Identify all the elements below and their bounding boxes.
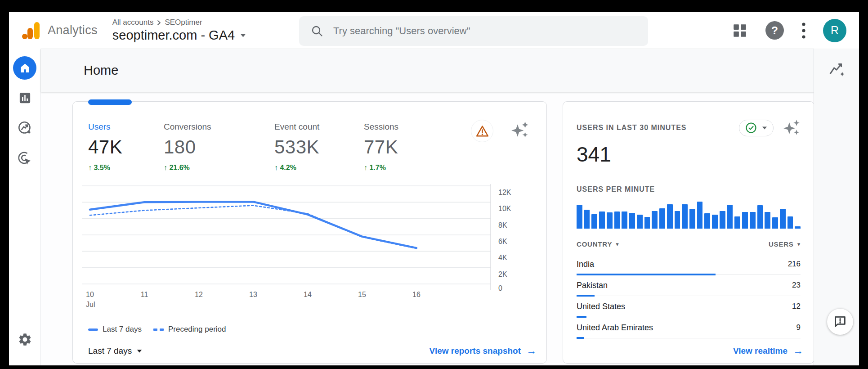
metric-delta: ↑ 3.5% — [88, 164, 122, 172]
carousel-tab-indicator[interactable] — [88, 99, 132, 105]
minute-bar — [750, 212, 756, 229]
metric-value: 180 — [164, 136, 211, 158]
realtime-sparkle-button[interactable] — [783, 119, 801, 137]
more-options-button[interactable] — [801, 21, 806, 40]
country-users-value: 216 — [788, 260, 801, 269]
minute-bar — [607, 212, 613, 229]
legend-item-dashed: Preceding period — [153, 325, 226, 334]
sort-caret-icon: ▾ — [797, 241, 801, 248]
sort-header-users[interactable]: USERS▾ — [769, 240, 801, 248]
feedback-button[interactable] — [827, 309, 853, 335]
view-reports-snapshot-link[interactable]: View reports snapshot → — [430, 345, 537, 357]
minute-bar — [720, 211, 725, 229]
minute-bar — [599, 212, 605, 229]
active-users-count: 341 — [577, 142, 801, 166]
country-name: United States — [577, 302, 625, 311]
metric-label: Users — [88, 122, 122, 132]
topbar-actions: ? R — [732, 12, 859, 49]
metric-tab-users[interactable]: Users47K↑ 3.5% — [88, 122, 122, 172]
metric-tab-conversions[interactable]: Conversions180↑ 21.6% — [164, 122, 211, 172]
sort-header-country[interactable]: COUNTRY▾ — [577, 240, 619, 248]
nav-advertising-button[interactable] — [9, 151, 40, 166]
breadcrumb-all-accounts[interactable]: All accounts — [112, 18, 154, 27]
top-bar: Analytics All accounts SEOptimer seoptim… — [9, 12, 859, 49]
svg-text:11: 11 — [141, 291, 148, 298]
analytics-app: Analytics All accounts SEOptimer seoptim… — [9, 12, 859, 365]
help-button[interactable]: ? — [765, 21, 784, 40]
caret-down-icon — [136, 349, 143, 353]
main-area: Home — [41, 49, 859, 365]
minute-bar — [644, 217, 650, 229]
caret-down-icon — [240, 33, 246, 38]
svg-text:10: 10 — [86, 291, 94, 298]
users-trend-line-chart: 12K10K8K6K4K2K010111213141516Jul — [78, 178, 532, 313]
page-header-band: Home — [41, 49, 859, 92]
minute-bar — [704, 213, 710, 229]
metric-delta: ↑ 4.2% — [274, 164, 319, 172]
search-input[interactable] — [332, 25, 636, 37]
property-selector[interactable]: seoptimer.com - GA4 — [112, 28, 246, 43]
country-bar-track — [577, 316, 801, 318]
metric-value: 533K — [274, 136, 319, 158]
minute-bar — [629, 213, 635, 229]
svg-text:?: ? — [771, 24, 778, 36]
analytics-logo[interactable]: Analytics — [21, 20, 98, 41]
property-name: seoptimer.com - GA4 — [112, 28, 235, 43]
svg-text:4K: 4K — [498, 254, 507, 261]
home-icon — [13, 56, 36, 80]
legend-dashed-swatch — [153, 328, 164, 331]
nav-settings-button[interactable] — [9, 332, 40, 347]
insights-panel-button[interactable] — [828, 60, 845, 77]
users-per-minute-label: USERS PER MINUTE — [577, 185, 801, 194]
svg-text:10K: 10K — [498, 205, 511, 212]
minute-bar — [727, 205, 733, 229]
minute-bar — [659, 208, 665, 229]
minute-bar — [795, 226, 801, 229]
overview-card-footer: Last 7 days View reports snapshot → — [88, 345, 537, 357]
legend-solid-swatch — [88, 328, 98, 331]
nav-reports-button[interactable] — [9, 91, 40, 105]
apps-grid-icon — [732, 22, 748, 39]
country-bar-fill — [577, 274, 716, 275]
country-users-value: 12 — [792, 302, 801, 311]
search-bar[interactable] — [299, 16, 648, 46]
date-range-dropdown[interactable]: Last 7 days — [88, 346, 143, 356]
legend-item-solid: Last 7 days — [88, 325, 142, 334]
svg-text:15: 15 — [358, 291, 366, 298]
search-icon — [311, 25, 323, 37]
realtime-card: USERS IN LAST 30 MINUTES — [563, 101, 814, 364]
insights-sparkle-button[interactable] — [510, 121, 529, 140]
minute-bar — [614, 212, 620, 229]
minute-bar — [584, 210, 590, 229]
property-switcher[interactable]: All accounts SEOptimer seoptimer.com - G… — [112, 18, 246, 43]
avatar[interactable]: R — [823, 19, 846, 42]
svg-text:0: 0 — [498, 284, 502, 292]
brand-name: Analytics — [48, 23, 98, 37]
view-realtime-link[interactable]: View realtime → — [733, 345, 803, 357]
nav-home-button[interactable] — [9, 56, 40, 80]
svg-text:14: 14 — [304, 291, 312, 298]
svg-text:13: 13 — [249, 291, 257, 298]
nav-explore-button[interactable] — [9, 121, 40, 135]
metric-tab-sessions[interactable]: Sessions77K↑ 1.7% — [364, 122, 398, 172]
anomaly-warning-button[interactable] — [471, 120, 493, 142]
minute-bar — [712, 215, 718, 229]
minute-bar — [772, 217, 778, 229]
country-name: Pakistan — [577, 281, 608, 290]
chevron-right-icon — [156, 19, 162, 26]
kebab-menu-icon — [801, 21, 806, 40]
svg-text:16: 16 — [412, 291, 421, 298]
google-apps-button[interactable] — [732, 22, 748, 39]
realtime-status-dropdown[interactable] — [739, 120, 774, 136]
metric-label: Sessions — [364, 122, 398, 132]
minute-bar — [757, 205, 763, 229]
metric-label: Conversions — [164, 122, 211, 132]
realtime-title: USERS IN LAST 30 MINUTES — [577, 124, 686, 132]
warning-triangle-icon — [475, 125, 489, 138]
breadcrumb-account[interactable]: SEOptimer — [165, 18, 202, 27]
metric-tab-event-count[interactable]: Event count533K↑ 4.2% — [274, 122, 319, 172]
minute-bar — [667, 204, 673, 229]
breadcrumb: All accounts SEOptimer — [112, 18, 246, 27]
minute-bar — [787, 216, 793, 229]
right-rail — [814, 49, 859, 365]
